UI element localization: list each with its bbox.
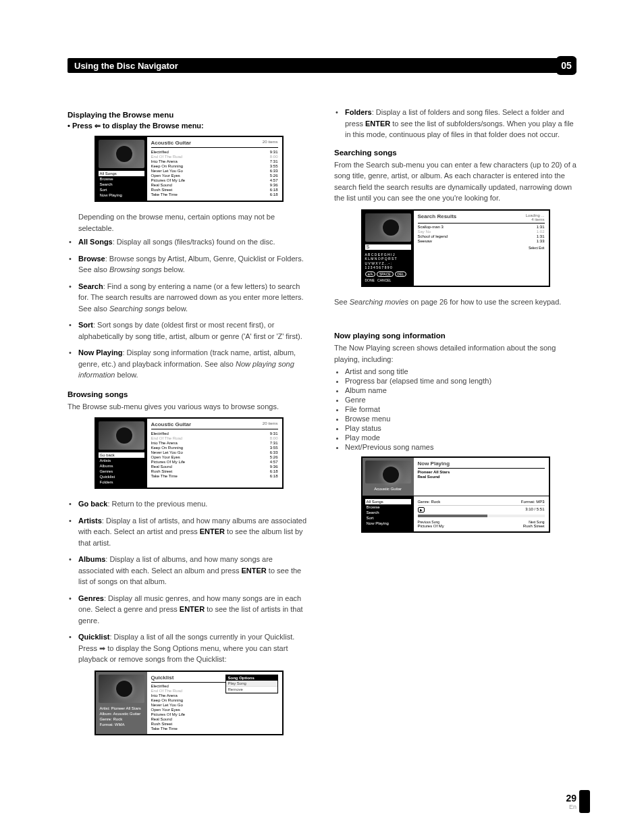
song-row: Rush Street6:18 — [151, 187, 278, 192]
opt-remove: Remove — [226, 687, 277, 693]
section-displaying-browse: Displaying the Browse menu — [68, 111, 310, 119]
album-art-icon — [99, 140, 144, 168]
right-column: Folders: Display a list of folders and s… — [334, 107, 576, 745]
browse-options-list: All Songs: Display all songs (files/trac… — [68, 236, 310, 381]
browse-title: Acoustic Guitar — [151, 140, 192, 146]
np-item: Play status — [345, 424, 576, 432]
np-prev-song: Pictures Of My — [418, 524, 444, 528]
np-side-search: Search — [365, 510, 411, 515]
np-side-bottom: All Songs Browse Search Sort Now Playing — [363, 496, 414, 531]
np-item: File format — [345, 405, 576, 413]
np-side-browse: Browse — [365, 504, 411, 510]
song-row: Into The Arena — [151, 693, 278, 698]
np-main-top: Now Playing Pioneer All Stars Real Sound — [414, 458, 549, 496]
song-row: Into The Arena7:31 — [151, 440, 278, 445]
browsing-count: 20 items — [263, 421, 278, 427]
np-format: Format: MP3 — [521, 500, 545, 504]
kb-del-btn: DEL — [395, 271, 407, 278]
song-row: Pictures Of My Life4:57 — [151, 178, 278, 182]
opt-albums: Albums: Display a list of albums, and ho… — [72, 554, 310, 587]
opt-go-back: Go back: Return to the previous menu. — [72, 498, 310, 510]
song-row: Pictures Of My Life4:57 — [151, 459, 278, 464]
search-xref: See Searching movies on page 26 for how … — [334, 296, 576, 308]
side-all-songs: All Songs — [99, 171, 144, 176]
opt-play-song: Play Song — [226, 681, 277, 687]
browse-count: 20 items — [263, 140, 278, 146]
now-playing-list: Artist and song title Progress bar (elap… — [334, 367, 576, 451]
song-row: Keep On Running3:55 — [151, 445, 278, 450]
folders-option: Folders: Display a list of folders and s… — [334, 107, 576, 140]
np-genre: Genre: Rock — [418, 500, 441, 504]
now-playing-intro: The Now Playing screen shows detailed in… — [334, 342, 576, 365]
opt-genres: Genres: Display all music genres, and ho… — [72, 593, 310, 627]
side-tab — [579, 790, 590, 813]
side-genres: Genres — [99, 469, 144, 474]
song-row: Rush Street — [151, 722, 278, 727]
side-browse: Browse — [99, 176, 144, 182]
return-icon: ⇐ — [95, 122, 101, 130]
np-album-caption: Acoustic Guitar — [365, 486, 411, 492]
song-row: Never Let You Go6:33 — [151, 450, 278, 454]
np-item: Progress bar (elapsed time and song leng… — [345, 377, 576, 385]
section-now-playing-info: Now playing song information — [334, 332, 576, 340]
np-main-bottom: Genre: Rock Format: MP3 ▶ 3:10 / 5:51 Pr… — [414, 496, 549, 531]
play-status-icon: ▶ — [418, 507, 425, 513]
side-sort: Sort — [99, 187, 144, 192]
side-meta: Genre: Rock — [99, 716, 144, 722]
song-row: Take The Time6:18 — [151, 473, 278, 478]
song-row: Open Your Eyes5:26 — [151, 454, 278, 459]
chapter-bar: Using the Disc Navigator 05 — [68, 58, 576, 73]
song-row: Open Your Eyes — [151, 708, 278, 712]
search-input-box: S — [365, 244, 411, 250]
chapter-title: Using the Disc Navigator — [74, 61, 178, 71]
side-albums: Albums — [99, 463, 144, 469]
kb-space-btn: SPACE — [377, 271, 394, 278]
left-column: Displaying the Browse menu • Press ⇐ to … — [68, 107, 310, 745]
kb-case-btn: a/A — [365, 271, 376, 278]
search-title: Search Results — [418, 213, 457, 221]
album-art-icon — [365, 461, 411, 483]
browsing-title: Acoustic Guitar — [151, 421, 192, 427]
now-playing-screenshot: Acoustic Guitar Now Playing Pioneer All … — [361, 456, 550, 533]
progress-bar — [418, 515, 545, 517]
side-go-back: Go back — [99, 452, 144, 458]
page-number: 29 En — [566, 793, 576, 810]
opt-now-playing: Now Playing: Display song information (t… — [72, 347, 310, 381]
result-row: School of legend1:31 — [418, 234, 545, 239]
opt-browse: Browse: Browse songs by Artist, Album, G… — [72, 253, 310, 275]
opt-search: Search: Find a song by entering a name (… — [72, 281, 310, 315]
search-screenshot: S A B C D E F G H I J K L M N O P Q R S … — [361, 209, 550, 287]
np-song: Real Sound — [418, 475, 545, 479]
np-item: Play mode — [345, 434, 576, 442]
album-art-icon — [99, 421, 144, 450]
np-title: Now Playing — [418, 461, 450, 467]
np-side-now-playing: Now Playing — [365, 521, 411, 526]
song-row: Into The Arena7:31 — [151, 159, 278, 163]
np-item: Album name — [345, 386, 576, 394]
song-row: Real Sound — [151, 717, 278, 722]
opt-quicklist: Quicklist: Display a list of all the son… — [72, 631, 310, 665]
song-row: Rush Street6:18 — [151, 469, 278, 473]
np-prevnext-row: Previous Song Pictures Of My Next Song R… — [418, 520, 545, 529]
song-options-header: Song Options — [226, 675, 277, 681]
quicklist-main: Quicklist 20 items Electrified End Of Th… — [147, 672, 282, 734]
browsing-side: Go back Artists Albums Genres Quicklist … — [96, 419, 147, 488]
browsing-options-list: Go back: Return to the previous menu. Ar… — [68, 498, 310, 665]
quicklist-title: Quicklist — [151, 675, 174, 681]
np-artist: Pioneer All Stars — [418, 470, 545, 474]
search-footer: Select Exit — [418, 246, 545, 250]
song-row: Pictures Of My Life — [151, 712, 278, 717]
np-next-song: Rush Street — [523, 524, 545, 528]
song-row: End Of The Road8:00 — [151, 154, 278, 159]
browsing-sub-screenshot: Go back Artists Albums Genres Quicklist … — [95, 417, 284, 489]
np-item: Browse menu — [345, 415, 576, 423]
np-side-all-songs: All Songs — [365, 499, 411, 504]
song-row: Take The Time — [151, 727, 278, 731]
page-lang: En — [566, 804, 576, 810]
section-searching-songs: Searching songs — [334, 149, 576, 157]
side-meta: Format: WMA — [99, 722, 144, 727]
np-progress-row: ▶ 3:10 / 5:51 — [418, 507, 545, 513]
search-side: S A B C D E F G H I J K L M N O P Q R S … — [363, 211, 414, 286]
side-artists: Artists — [99, 458, 144, 463]
step-press-pre: • Press — [68, 122, 95, 130]
